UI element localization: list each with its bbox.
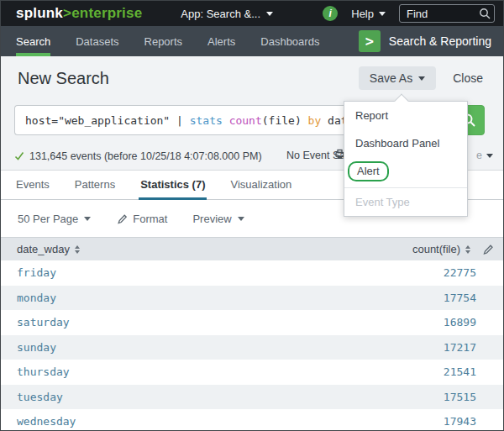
header-actions: Save As Close bbox=[359, 66, 483, 90]
find-search bbox=[399, 4, 495, 23]
cell-date-wday[interactable]: monday bbox=[17, 292, 56, 304]
per-page-menu[interactable]: 50 Per Page bbox=[18, 213, 91, 225]
check-icon bbox=[14, 151, 24, 161]
events-count-text: 131,645 events (before 10/25/18 4:07:08.… bbox=[29, 150, 262, 162]
menu-item-alert[interactable]: Alert bbox=[344, 157, 467, 185]
table-row: tuesday 17515 bbox=[1, 385, 503, 410]
cell-date-wday[interactable]: sunday bbox=[17, 341, 56, 354]
statistics-table: date_wday count(file) friday 22775 monda… bbox=[1, 237, 503, 431]
splunk-window: splunk>enterprise App: Search &... i Hel… bbox=[0, 0, 504, 431]
cell-count[interactable]: 16899 bbox=[444, 316, 476, 329]
column-header-count-file[interactable]: count(file) bbox=[412, 243, 470, 255]
nav-item-search[interactable]: Search bbox=[16, 26, 50, 56]
search-mode-partial-text: e bbox=[476, 150, 482, 161]
query-token-command: stats bbox=[190, 114, 223, 127]
chevron-down-icon bbox=[418, 76, 425, 81]
tab-patterns[interactable]: Patterns bbox=[73, 178, 117, 199]
query-token-keyword: by bbox=[308, 114, 322, 127]
query-token: (file) bbox=[262, 114, 308, 127]
cell-count[interactable]: 22775 bbox=[444, 266, 476, 279]
cell-count[interactable]: 17943 bbox=[444, 415, 476, 428]
query-token-function: count bbox=[229, 114, 262, 127]
menu-item-event-type: Event Type bbox=[344, 187, 467, 216]
close-button[interactable]: Close bbox=[453, 71, 483, 85]
cell-count[interactable]: 17754 bbox=[444, 292, 476, 304]
menu-item-report[interactable]: Report bbox=[344, 102, 467, 129]
logo-enterprise-text: enterprise bbox=[71, 5, 142, 21]
events-count: 131,645 events (before 10/25/18 4:07:08.… bbox=[14, 150, 262, 162]
menu-item-dashboard-panel[interactable]: Dashboard Panel bbox=[344, 129, 467, 157]
tab-statistics[interactable]: Statistics (7) bbox=[139, 178, 207, 199]
help-menu[interactable]: Help bbox=[351, 8, 386, 20]
cell-count[interactable]: 21541 bbox=[444, 365, 476, 378]
save-as-dropdown: Report Dashboard Panel Alert Event Type bbox=[344, 101, 468, 217]
table-row: saturday 16899 bbox=[1, 310, 503, 335]
preview-menu[interactable]: Preview bbox=[192, 213, 244, 225]
query-token bbox=[223, 114, 229, 127]
logo-splunk-text: splunk bbox=[16, 5, 63, 21]
topbar-right: i Help bbox=[323, 4, 495, 23]
info-icon[interactable]: i bbox=[323, 6, 338, 21]
preview-label: Preview bbox=[192, 213, 231, 225]
table-row: monday 17754 bbox=[1, 286, 503, 311]
search-icon bbox=[479, 8, 491, 19]
save-as-button[interactable]: Save As bbox=[359, 66, 436, 90]
column-header-date-wday[interactable]: date_wday bbox=[17, 243, 80, 255]
table-row: friday 22775 bbox=[1, 260, 503, 286]
chevron-down-icon bbox=[266, 12, 273, 16]
cell-date-wday[interactable]: wednesday bbox=[17, 415, 76, 428]
nav-item-reports[interactable]: Reports bbox=[144, 26, 183, 56]
column-label: count(file) bbox=[412, 243, 460, 255]
nav-item-alerts[interactable]: Alerts bbox=[207, 26, 235, 56]
table-row: wednesday 17943 bbox=[1, 409, 503, 431]
nav-item-dashboards[interactable]: Dashboards bbox=[260, 26, 319, 56]
app-menu[interactable]: App: Search &... bbox=[181, 8, 273, 20]
column-label: date_wday bbox=[17, 243, 70, 255]
chevron-down-icon bbox=[379, 12, 386, 16]
pencil-icon bbox=[482, 244, 493, 255]
table-row: thursday 21541 bbox=[1, 360, 503, 385]
tab-visualization[interactable]: Visualization bbox=[228, 178, 293, 199]
logo-gt-glyph: > bbox=[63, 5, 71, 21]
format-label: Format bbox=[133, 213, 167, 225]
page-header: New Search Save As Close bbox=[1, 56, 503, 100]
cell-date-wday[interactable]: tuesday bbox=[17, 391, 63, 403]
per-page-label: 50 Per Page bbox=[18, 213, 78, 225]
top-bar: splunk>enterprise App: Search &... i Hel… bbox=[1, 1, 503, 26]
cell-date-wday[interactable]: friday bbox=[17, 266, 56, 279]
search-mode-menu[interactable]: e bbox=[476, 150, 493, 161]
cell-count[interactable]: 17515 bbox=[444, 391, 476, 403]
cell-date-wday[interactable]: saturday bbox=[17, 316, 70, 329]
tab-events[interactable]: Events bbox=[14, 178, 51, 199]
app-nav-bar: Search Datasets Reports Alerts Dashboard… bbox=[1, 26, 503, 56]
chevron-down-icon bbox=[238, 217, 244, 221]
table-header: date_wday count(file) bbox=[1, 237, 503, 260]
pencil-icon bbox=[116, 213, 127, 224]
alert-highlight-ring[interactable]: Alert bbox=[348, 161, 389, 181]
table-row: sunday 17217 bbox=[1, 335, 503, 360]
splunk-logo[interactable]: splunk>enterprise bbox=[16, 5, 142, 22]
query-token: host="web_application" | bbox=[25, 114, 190, 127]
sort-icon bbox=[465, 245, 470, 254]
cell-date-wday[interactable]: thursday bbox=[17, 365, 70, 378]
chevron-down-icon bbox=[84, 217, 91, 221]
app-name: Search & Reporting bbox=[389, 34, 493, 48]
help-label: Help bbox=[351, 8, 374, 20]
nav-item-datasets[interactable]: Datasets bbox=[76, 26, 118, 56]
app-menu-label: App: Search &... bbox=[181, 8, 260, 20]
edit-columns-button[interactable] bbox=[482, 244, 493, 255]
cell-count[interactable]: 17217 bbox=[444, 341, 476, 354]
chevron-down-icon bbox=[486, 154, 493, 158]
page-title: New Search bbox=[18, 69, 109, 88]
app-identity: > Search & Reporting bbox=[359, 30, 493, 52]
splunk-app-icon[interactable]: > bbox=[359, 30, 381, 52]
format-button[interactable]: Format bbox=[116, 213, 167, 225]
save-as-label: Save As bbox=[370, 71, 412, 85]
sort-icon bbox=[75, 245, 80, 254]
